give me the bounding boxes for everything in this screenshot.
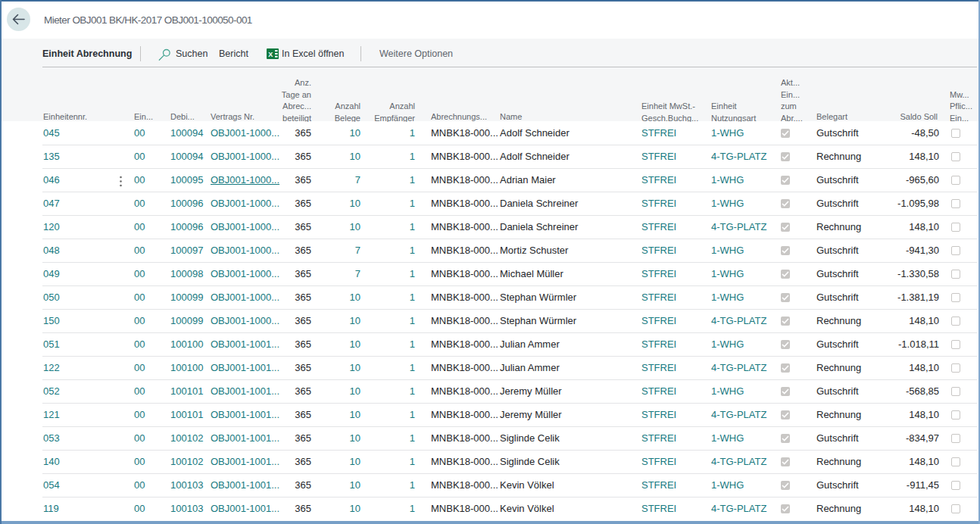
svg-text:X: X	[268, 51, 273, 58]
